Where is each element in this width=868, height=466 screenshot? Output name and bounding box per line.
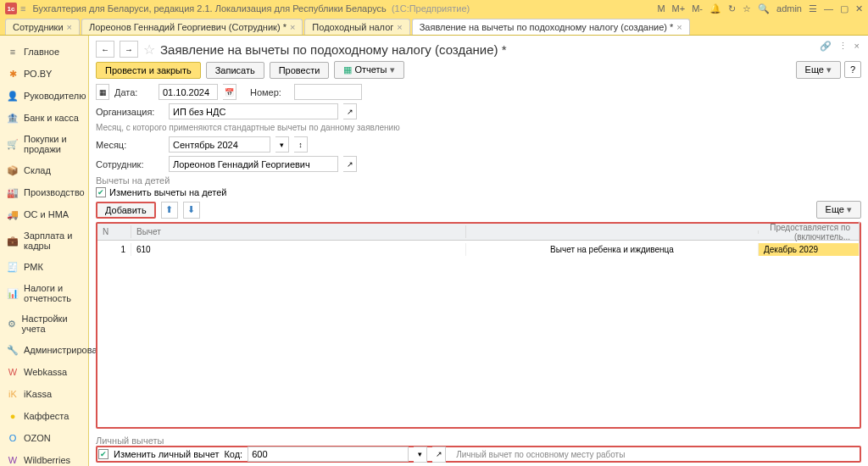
- star-icon[interactable]: ☆: [743, 3, 751, 14]
- help-button[interactable]: ?: [844, 61, 861, 78]
- link-icon[interactable]: 🔗: [820, 41, 832, 52]
- sidebar-icon: iK: [7, 388, 19, 400]
- mem-mminus[interactable]: M-: [692, 3, 703, 14]
- sidebar-item-10[interactable]: 📊Налоги и отчетность: [0, 278, 88, 308]
- sidebar-item-8[interactable]: 💼Зарплата и кадры: [0, 225, 88, 256]
- close-icon[interactable]: ×: [290, 22, 295, 32]
- pv1-open-icon[interactable]: ↗: [432, 447, 446, 463]
- table-row[interactable]: 1 610 Вычет на ребенка и иждивенца Декаб…: [97, 241, 860, 258]
- pv1-code-field[interactable]: [248, 447, 409, 462]
- back-button[interactable]: ←: [96, 41, 114, 58]
- sidebar-icon: 📊: [7, 287, 19, 299]
- tab-employee-card[interactable]: Лореонов Геннадий Георгиевич (Сотрудник)…: [81, 19, 303, 35]
- sidebar-item-4[interactable]: 🛒Покупки и продажи: [0, 129, 88, 159]
- mem-m[interactable]: M: [657, 3, 665, 14]
- sidebar-item-11[interactable]: ⚙Настройки учета: [0, 308, 88, 339]
- sidebar-label: Руководителю: [24, 91, 86, 101]
- options-icon[interactable]: ⋮: [838, 41, 848, 52]
- post-and-close-button[interactable]: Провести и закрыть: [96, 62, 201, 79]
- sidebar-label: РМК: [24, 262, 43, 272]
- sidebar-label: РО.BY: [24, 69, 52, 79]
- sidebar-icon: W: [7, 366, 19, 378]
- sidebar-icon: ✱: [7, 68, 19, 80]
- org-field[interactable]: [169, 103, 338, 119]
- mem-mplus[interactable]: M+: [672, 3, 686, 14]
- sidebar-item-16[interactable]: OOZON: [0, 427, 88, 449]
- pv1-dropdown-icon[interactable]: ▾: [414, 447, 427, 463]
- sidebar-item-7[interactable]: 🚚ОС и НМА: [0, 203, 88, 225]
- close-icon[interactable]: ×: [67, 22, 72, 32]
- sidebar-item-15[interactable]: ●Каффеста: [0, 405, 88, 427]
- history-icon[interactable]: ↻: [728, 3, 736, 14]
- month-note: Месяц, с которого применяются стандартны…: [96, 123, 861, 133]
- kids-table: N Вычет Предоставляется по (включитель..…: [96, 222, 861, 429]
- close-icon[interactable]: ×: [397, 22, 402, 32]
- sidebar-item-1[interactable]: ✱РО.BY: [0, 63, 88, 85]
- move-down-button[interactable]: ⬇: [183, 202, 200, 219]
- user-label: admin: [776, 3, 802, 14]
- number-field[interactable]: [294, 84, 362, 100]
- reports-button[interactable]: ▦ Отчеты: [334, 61, 403, 79]
- sidebar-item-13[interactable]: WWebkassa: [0, 361, 88, 383]
- close-icon[interactable]: ×: [676, 22, 682, 32]
- sidebar-label: Webkassa: [24, 367, 67, 377]
- sidebar-item-14[interactable]: iKiKassa: [0, 383, 88, 405]
- move-up-button[interactable]: ⬆: [161, 202, 178, 219]
- sidebar-label: Каффеста: [24, 411, 69, 421]
- maximize-icon[interactable]: ▢: [840, 3, 849, 14]
- date-field[interactable]: [159, 84, 218, 100]
- sidebar-label: Зарплата и кадры: [24, 230, 81, 251]
- sidebar-icon: 👤: [7, 90, 19, 102]
- tab-income-tax[interactable]: Подоходный налог×: [304, 19, 409, 35]
- month-next-icon[interactable]: ↕: [294, 136, 308, 153]
- org-open-icon[interactable]: ↗: [343, 103, 357, 119]
- write-button[interactable]: Записать: [206, 62, 264, 79]
- kids-change-label: Изменить вычеты на детей: [109, 187, 227, 197]
- tab-bar: Сотрудники× Лореонов Геннадий Георгиевич…: [0, 17, 868, 36]
- employee-field[interactable]: [169, 156, 338, 172]
- menu-icon[interactable]: ≡: [20, 3, 25, 14]
- sidebar-icon: 🏦: [7, 112, 19, 124]
- month-field[interactable]: [169, 136, 270, 153]
- sidebar-item-9[interactable]: 🧾РМК: [0, 256, 88, 278]
- sidebar-label: Банк и касса: [24, 113, 79, 123]
- favorite-icon[interactable]: ☆: [143, 42, 155, 58]
- employee-open-icon[interactable]: ↗: [343, 156, 357, 172]
- sidebar-label: ОС и НМА: [24, 209, 69, 219]
- month-prev-icon[interactable]: ▾: [275, 136, 289, 153]
- page-title: Заявление на вычеты по подоходному налог…: [160, 42, 507, 57]
- sidebar-item-6[interactable]: 🏭Производство: [0, 181, 88, 203]
- mode-icon[interactable]: ☰: [809, 3, 817, 14]
- sidebar-item-3[interactable]: 🏦Банк и касса: [0, 107, 88, 129]
- sidebar-item-2[interactable]: 👤Руководителю: [0, 85, 88, 107]
- sidebar-item-0[interactable]: ≡Главное: [0, 41, 88, 63]
- forward-button[interactable]: →: [120, 41, 138, 58]
- close-icon[interactable]: ✕: [855, 3, 863, 14]
- date-picker-icon[interactable]: 📅: [223, 84, 236, 100]
- sidebar-icon: 🛒: [7, 138, 19, 150]
- more-button[interactable]: Еще: [796, 61, 841, 79]
- sidebar-item-17[interactable]: WWildberries: [0, 449, 88, 466]
- tab-deductions-app[interactable]: Заявление на вычеты по подоходному налог…: [412, 19, 690, 35]
- table-more-button[interactable]: Еще: [816, 201, 861, 219]
- kids-change-checkbox[interactable]: ✔: [96, 187, 106, 197]
- col-deduction: Вычет: [131, 225, 466, 238]
- sidebar-item-12[interactable]: 🔧Администрирование: [0, 339, 88, 361]
- post-button[interactable]: Провести: [270, 62, 330, 79]
- col-n: N: [97, 225, 131, 238]
- add-button[interactable]: Добавить: [96, 202, 156, 219]
- cell-code: 610: [131, 243, 466, 256]
- tab-employees[interactable]: Сотрудники×: [5, 19, 80, 35]
- search-icon[interactable]: 🔍: [758, 3, 770, 14]
- bell-icon[interactable]: 🔔: [709, 3, 721, 14]
- sidebar-label: OZON: [24, 433, 51, 443]
- sidebar-label: Покупки и продажи: [24, 134, 81, 154]
- sidebar-icon: ⚙: [7, 318, 17, 330]
- close-panel-icon[interactable]: ×: [854, 41, 860, 52]
- sidebar-icon: 🏭: [7, 186, 19, 198]
- mode-icon[interactable]: ▦: [96, 84, 109, 100]
- sidebar-item-5[interactable]: 📦Склад: [0, 159, 88, 181]
- date-label: Дата:: [114, 87, 153, 97]
- pv1-checkbox[interactable]: ✔: [98, 449, 108, 459]
- minimize-icon[interactable]: —: [824, 3, 833, 14]
